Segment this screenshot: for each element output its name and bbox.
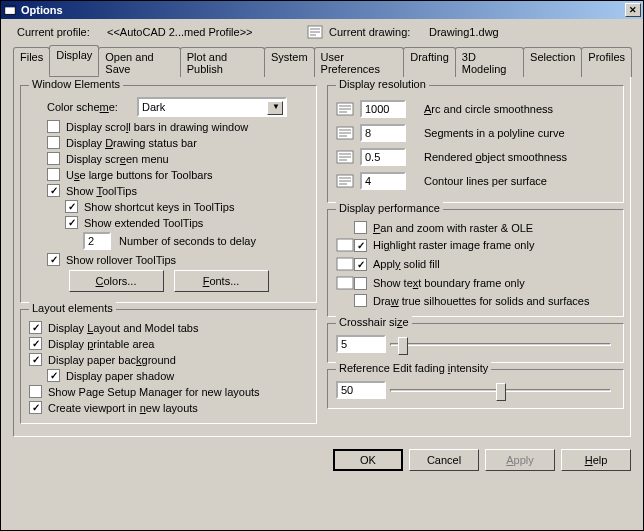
tab-display[interactable]: Display [49, 45, 99, 76]
statusbar-checkbox[interactable] [47, 136, 60, 149]
display-resolution-group: Display resolution Arc and circle smooth… [327, 85, 624, 203]
refedit-fading-group: Reference Edit fading intensity [327, 369, 624, 409]
ok-button[interactable]: OK [333, 449, 403, 471]
crosshair-slider[interactable] [390, 343, 611, 346]
crosshair-size-group: Crosshair size [327, 323, 624, 363]
statusbar-label: Display Drawing status bar [66, 137, 197, 149]
tab-files[interactable]: Files [13, 47, 50, 77]
contour-input[interactable] [360, 172, 406, 190]
scrollbars-label: Display scroll bars in drawing window [66, 121, 248, 133]
segments-label: Segments in a polyline curve [424, 127, 565, 139]
seconds-input[interactable] [83, 232, 111, 250]
tab-plot-and-publish[interactable]: Plot and Publish [180, 47, 265, 77]
shortcut-label: Show shortcut keys in ToolTips [84, 201, 234, 213]
refedit-input[interactable] [336, 381, 386, 399]
shadow-label: Display paper shadow [66, 370, 174, 382]
panzoom-label: Pan and zoom with raster & OLE [373, 222, 533, 234]
drawing-icon [336, 173, 354, 189]
fonts-button[interactable]: Fonts... [174, 270, 269, 292]
current-drawing-label: Current drawing: [329, 26, 429, 38]
app-icon [3, 3, 17, 17]
solidfill-label: Apply solid fill [373, 258, 440, 270]
drawing-icon [336, 149, 354, 165]
pagesetup-checkbox[interactable] [29, 385, 42, 398]
colors-button[interactable]: Colors... [69, 270, 164, 292]
drawing-icon [336, 256, 354, 272]
group-title: Reference Edit fading intensity [336, 362, 491, 374]
arc-smoothness-input[interactable] [360, 100, 406, 118]
extended-checkbox[interactable] [65, 216, 78, 229]
crosshair-input[interactable] [336, 335, 386, 353]
segments-input[interactable] [360, 124, 406, 142]
shadow-checkbox[interactable] [47, 369, 60, 382]
silhouettes-checkbox[interactable] [354, 294, 367, 307]
options-dialog: Options ✕ Current profile: <<AutoCAD 2..… [0, 0, 644, 531]
rendered-input[interactable] [360, 148, 406, 166]
refedit-slider[interactable] [390, 389, 611, 392]
window-elements-group: Window Elements Color scheme: Dark Displ… [20, 85, 317, 303]
group-title: Display resolution [336, 78, 429, 90]
layout-tabs-label: Display Layout and Model tabs [48, 322, 198, 334]
color-scheme-select[interactable]: Dark [137, 97, 287, 117]
help-button[interactable]: Help [561, 449, 631, 471]
slider-thumb[interactable] [398, 337, 408, 355]
current-profile-value: <<AutoCAD 2...med Profile>> [107, 26, 307, 38]
tab-user-preferences[interactable]: User Preferences [314, 47, 405, 77]
shortcut-checkbox[interactable] [65, 200, 78, 213]
current-drawing-value: Drawing1.dwg [429, 26, 499, 38]
textboundary-label: Show text boundary frame only [373, 277, 525, 289]
screenmenu-checkbox[interactable] [47, 152, 60, 165]
group-title: Window Elements [29, 78, 123, 90]
contour-label: Contour lines per surface [424, 175, 547, 187]
tab-profiles[interactable]: Profiles [581, 47, 632, 77]
drawing-icon [336, 125, 354, 141]
slider-thumb[interactable] [496, 383, 506, 401]
highlight-checkbox[interactable] [354, 239, 367, 252]
group-title: Layout elements [29, 302, 116, 314]
svg-rect-7 [337, 239, 353, 251]
tab-strip: Files Display Open and Save Plot and Pub… [13, 45, 631, 76]
panzoom-checkbox[interactable] [354, 221, 367, 234]
display-performance-group: Display performance Pan and zoom with ra… [327, 209, 624, 317]
group-title: Display performance [336, 202, 443, 214]
printable-label: Display printable area [48, 338, 154, 350]
scrollbars-checkbox[interactable] [47, 120, 60, 133]
color-scheme-label: Color scheme: [47, 101, 137, 113]
drawing-icon [336, 237, 354, 253]
current-profile-label: Current profile: [17, 26, 107, 38]
textboundary-checkbox[interactable] [354, 277, 367, 290]
svg-rect-8 [337, 258, 353, 270]
tab-system[interactable]: System [264, 47, 315, 77]
paperbg-checkbox[interactable] [29, 353, 42, 366]
printable-checkbox[interactable] [29, 337, 42, 350]
viewport-checkbox[interactable] [29, 401, 42, 414]
pagesetup-label: Show Page Setup Manager for new layouts [48, 386, 260, 398]
tooltips-checkbox[interactable] [47, 184, 60, 197]
rollover-label: Show rollover ToolTips [66, 254, 176, 266]
tab-selection[interactable]: Selection [523, 47, 582, 77]
layout-tabs-checkbox[interactable] [29, 321, 42, 334]
extended-label: Show extended ToolTips [84, 217, 203, 229]
svg-rect-9 [337, 277, 353, 289]
tab-drafting[interactable]: Drafting [403, 47, 456, 77]
silhouettes-label: Draw true silhouettes for solids and sur… [373, 295, 589, 307]
drawing-icon [336, 101, 354, 117]
layout-elements-group: Layout elements Display Layout and Model… [20, 309, 317, 424]
cancel-button[interactable]: Cancel [409, 449, 479, 471]
apply-button[interactable]: Apply [485, 449, 555, 471]
highlight-label: Highlight raster image frame only [373, 239, 534, 251]
rollover-checkbox[interactable] [47, 253, 60, 266]
solidfill-checkbox[interactable] [354, 258, 367, 271]
tab-open-and-save[interactable]: Open and Save [98, 47, 180, 77]
close-button[interactable]: ✕ [625, 3, 641, 17]
drawing-icon [307, 25, 323, 39]
screenmenu-label: Display screen menu [66, 153, 169, 165]
tooltips-label: Show ToolTips [66, 185, 137, 197]
seconds-label: Number of seconds to delay [119, 235, 256, 247]
largebuttons-label: Use large buttons for Toolbars [66, 169, 213, 181]
largebuttons-checkbox[interactable] [47, 168, 60, 181]
tab-3d-modeling[interactable]: 3D Modeling [455, 47, 524, 77]
rendered-label: Rendered object smoothness [424, 151, 567, 163]
window-title: Options [21, 4, 625, 16]
button-bar: OK Cancel Apply Help [1, 443, 643, 477]
